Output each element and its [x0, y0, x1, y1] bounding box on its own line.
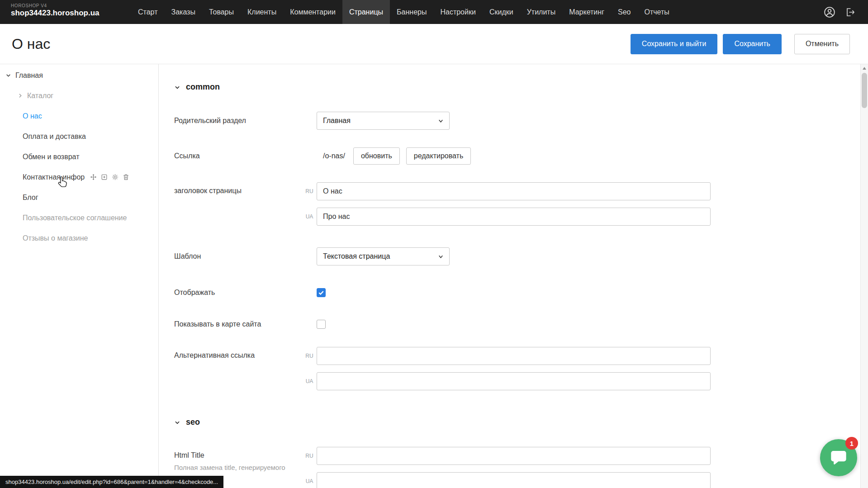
- sidebar-item-katalog[interactable]: Каталог: [0, 85, 158, 106]
- page-title-ru-input[interactable]: [317, 182, 711, 200]
- sitemap-checkbox[interactable]: [317, 320, 326, 329]
- chevron-down-icon[interactable]: [5, 72, 11, 78]
- page-title-label: заголовок страницы: [174, 182, 304, 195]
- alt-link-ru-input[interactable]: [317, 347, 711, 365]
- page-title: О нас: [12, 36, 50, 52]
- check-icon: [318, 289, 324, 296]
- template-select[interactable]: Текстовая страница: [317, 247, 450, 265]
- parent-section-value: Главная: [323, 117, 351, 125]
- trash-icon: [123, 174, 129, 180]
- main-nav: Старт Заказы Товары Клиенты Комментарии …: [131, 0, 676, 24]
- alt-link-label: Альтернативная ссылка: [174, 347, 304, 360]
- gear-icon: [112, 174, 119, 180]
- field-link: Ссылка /o-nas/ обновить редактировать: [174, 147, 868, 165]
- top-navbar: HOROSHOP V4 shop34423.horoshop.ua Старт …: [0, 0, 868, 24]
- html-title-ua-input[interactable]: [317, 472, 711, 488]
- user-account-button[interactable]: [824, 6, 835, 18]
- section-common-toggle[interactable]: common: [174, 82, 868, 92]
- sidebar-item-glavnaya[interactable]: Главная: [0, 65, 158, 85]
- scrollbar-thumb[interactable]: [862, 73, 867, 108]
- save-and-exit-button[interactable]: Сохранить и выйти: [631, 34, 718, 54]
- move-icon: [90, 174, 97, 180]
- page-header: О нас Сохранить и выйти Сохранить Отмени…: [0, 24, 868, 64]
- lang-ua-badge: UA: [304, 213, 315, 220]
- page-settings-button[interactable]: [112, 174, 119, 180]
- chevron-down-icon: [438, 254, 444, 260]
- vertical-scrollbar[interactable]: [860, 64, 868, 488]
- lang-ru-badge: RU: [304, 353, 315, 359]
- section-seo-toggle[interactable]: seo: [174, 417, 868, 427]
- parent-section-label: Родительский раздел: [174, 117, 304, 125]
- chat-bubble-icon: [830, 449, 848, 467]
- html-title-label: Html Title: [174, 451, 204, 459]
- sidebar-item-obmen-i-vozvrat[interactable]: Обмен и возврат: [0, 147, 158, 167]
- delete-page-button[interactable]: [123, 174, 129, 180]
- cancel-button[interactable]: Отменить: [794, 34, 850, 54]
- template-label: Шаблон: [174, 252, 304, 261]
- tree-item-label: Отзывы о магазине: [23, 234, 88, 242]
- nav-item-start[interactable]: Старт: [131, 0, 164, 24]
- field-parent-section: Родительский раздел Главная: [174, 112, 868, 130]
- pages-tree-sidebar: Главная Каталог О нас Оплата и доставка …: [0, 64, 159, 488]
- link-label: Ссылка: [174, 152, 304, 160]
- tree-item-label: Главная: [15, 71, 43, 80]
- chat-notification-badge: 1: [845, 437, 858, 450]
- field-page-title: заголовок страницы RU UA: [174, 182, 868, 226]
- display-checkbox[interactable]: [317, 288, 326, 297]
- section-common-title: common: [186, 82, 220, 92]
- section-seo-title: seo: [186, 417, 200, 427]
- plus-square-icon: [101, 174, 108, 180]
- tree-item-label: Оплата и доставка: [23, 133, 86, 141]
- nav-item-bannery[interactable]: Баннеры: [390, 0, 433, 24]
- lang-ru-badge: RU: [304, 188, 315, 194]
- nav-item-skidki[interactable]: Скидки: [483, 0, 520, 24]
- status-url-tooltip: shop34423.horoshop.ua/edit/edit.php?id=6…: [0, 476, 223, 488]
- field-template: Шаблон Текстовая страница: [174, 247, 868, 265]
- sidebar-item-polzovatelskoe-soglashenie[interactable]: Пользовательское соглашение: [0, 208, 158, 228]
- field-alt-link: Альтернативная ссылка RU UA: [174, 347, 868, 390]
- scroll-up-arrow-icon[interactable]: [861, 64, 868, 72]
- refresh-link-button[interactable]: обновить: [353, 147, 400, 165]
- logout-button[interactable]: [844, 7, 855, 18]
- html-title-ru-input[interactable]: [317, 447, 711, 465]
- nav-item-otchety[interactable]: Отчеты: [637, 0, 676, 24]
- alt-link-ua-input[interactable]: [317, 372, 711, 390]
- nav-item-kommentarii[interactable]: Комментарии: [283, 0, 342, 24]
- lang-ru-badge: RU: [304, 453, 315, 459]
- add-subpage-button[interactable]: [101, 174, 108, 180]
- sidebar-item-kontaktnaya-informaciya[interactable]: Контактная инфор: [0, 167, 158, 187]
- content-area: Главная Каталог О нас Оплата и доставка …: [0, 64, 868, 488]
- sidebar-item-blog[interactable]: Блог: [0, 187, 158, 208]
- nav-item-marketing[interactable]: Маркетинг: [562, 0, 611, 24]
- chevron-right-icon[interactable]: [17, 93, 23, 99]
- tree-item-label: Пользовательское соглашение: [23, 214, 127, 222]
- app-logo[interactable]: HOROSHOP V4 shop34423.horoshop.ua: [0, 0, 109, 24]
- field-display: Отображать: [174, 284, 868, 302]
- save-button[interactable]: Сохранить: [723, 34, 782, 54]
- nav-item-utility[interactable]: Утилиты: [520, 0, 563, 24]
- page-title-ua-input[interactable]: [317, 208, 711, 226]
- field-html-title: Html Title Полная замена title, генериру…: [174, 447, 868, 488]
- sidebar-item-o-nas[interactable]: О нас: [0, 106, 158, 126]
- lang-ua-badge: UA: [304, 478, 315, 484]
- edit-link-button[interactable]: редактировать: [406, 147, 471, 165]
- nav-item-klienty[interactable]: Клиенты: [241, 0, 283, 24]
- parent-section-select[interactable]: Главная: [317, 112, 450, 130]
- page-edit-form: common Родительский раздел Главная Ссылк…: [159, 64, 868, 488]
- tree-item-label: Блог: [23, 194, 38, 202]
- sidebar-item-otzyvy-o-magazine[interactable]: Отзывы о магазине: [0, 228, 158, 248]
- chat-launcher-button[interactable]: 1: [820, 439, 857, 476]
- template-value: Текстовая страница: [323, 252, 390, 261]
- nav-item-tovary[interactable]: Товары: [202, 0, 241, 24]
- nav-item-zakazy[interactable]: Заказы: [164, 0, 202, 24]
- field-sitemap: Показывать в карте сайта: [174, 315, 868, 333]
- nav-item-stranicy[interactable]: Страницы: [342, 0, 390, 24]
- logout-icon: [844, 7, 855, 18]
- sidebar-item-oplata-i-dostavka[interactable]: Оплата и доставка: [0, 126, 158, 147]
- nav-item-seo[interactable]: Seo: [611, 0, 637, 24]
- move-page-button[interactable]: [90, 174, 97, 180]
- tree-item-label: Каталог: [27, 92, 53, 100]
- app-version-label: HOROSHOP V4: [11, 3, 109, 8]
- shop-domain-label: shop34423.horoshop.ua: [11, 9, 109, 18]
- nav-item-nastroyki[interactable]: Настройки: [433, 0, 482, 24]
